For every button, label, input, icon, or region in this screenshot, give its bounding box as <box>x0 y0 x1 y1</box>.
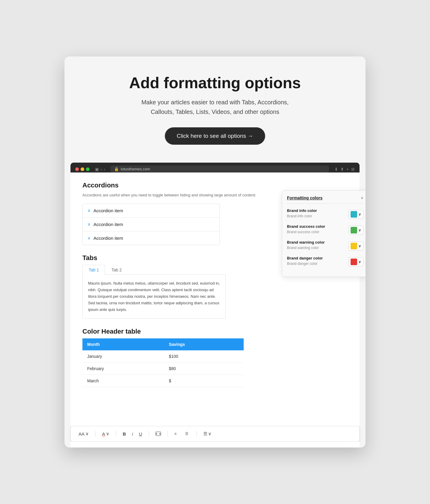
color-row-success: Brand success color Brand success color … <box>287 224 363 236</box>
browser-controls: ▣ ‹ › <box>95 167 105 172</box>
swatch-red <box>351 259 357 265</box>
tabs-icon[interactable]: ⊞ <box>351 167 355 172</box>
back-icon[interactable]: ‹ <box>101 167 102 172</box>
hero-title: Add formatting options <box>76 74 354 91</box>
accordion-item-1[interactable]: ∨ Accordion item <box>83 204 219 218</box>
browser-dots <box>75 167 90 171</box>
chevron-down-icon-2: ∨ <box>87 222 90 227</box>
accordion-item-2[interactable]: ∨ Accordion item <box>83 218 219 231</box>
browser-actions: ⬇ ⬆ + ⊞ <box>334 167 355 172</box>
ordered-list-button[interactable]: ≡ <box>173 430 181 437</box>
toolbar-spacer <box>82 393 348 417</box>
swatch-green <box>351 227 357 233</box>
table-cell-month-3: March <box>82 375 164 387</box>
underline-button[interactable]: U <box>137 430 144 438</box>
ordered-list-icon: ≡ <box>174 432 179 436</box>
color-row-inner-warning: Brand warning color Brand warning color … <box>287 240 363 252</box>
align-chevron: ∨ <box>208 431 211 436</box>
toolbar-group-lists: ≡ ☰ <box>173 430 192 437</box>
table-header-row: Month Savings <box>82 338 244 350</box>
font-size-label: AA <box>79 431 85 436</box>
accordion-item-label-2: Accordion item <box>93 222 123 227</box>
lock-icon: 🔒 <box>114 167 119 171</box>
chevron-down-icon-3: ∨ <box>87 236 90 240</box>
color-label-danger: Brand danger color Brand danger color <box>287 256 323 268</box>
accordions-title: Accordions <box>82 181 348 189</box>
panel-header: Formatting colors ∨ <box>287 196 363 204</box>
table-row-february: February $80 <box>82 363 244 375</box>
italic-button[interactable]: i <box>130 430 135 438</box>
accordion-item-label-1: Accordion item <box>93 208 123 213</box>
address-bar[interactable]: 🔒 lotusthemes.com <box>110 166 329 172</box>
swatch-chevron-success: ∨ <box>358 228 361 232</box>
color-label-warning: Brand warning color Brand warning color <box>287 240 325 252</box>
download-icon[interactable]: ⬇ <box>334 167 338 172</box>
forward-icon[interactable]: › <box>104 167 105 172</box>
bottom-space <box>70 442 360 448</box>
color-row-info: Brand info color Brand info color ∨ <box>287 208 363 220</box>
toolbar-group-color: A ∨ <box>100 430 111 438</box>
color-swatch-info-button[interactable]: ∨ <box>348 210 363 219</box>
app-window: Add formatting options Make your article… <box>64 56 366 448</box>
tabs-section: Tabs Tab 1 Tab 2 Mauris ipsum. Nulla met… <box>82 254 226 319</box>
color-swatch-success-button[interactable]: ∨ <box>348 226 363 235</box>
bold-button[interactable]: B <box>121 430 128 438</box>
separator-2 <box>116 431 116 437</box>
color-row-inner-success: Brand success color Brand success color … <box>287 224 363 236</box>
embed-button[interactable] <box>154 430 163 437</box>
swatch-chevron-warning: ∨ <box>358 244 361 248</box>
align-button[interactable]: ☰ ∨ <box>202 430 213 438</box>
toolbar-group-font: AA ∨ <box>77 430 90 438</box>
panel-chevron-icon[interactable]: ∨ <box>361 196 363 200</box>
toolbar-group-embed <box>154 430 163 437</box>
swatch-yellow <box>351 243 357 249</box>
panel-title: Formatting colors <box>287 196 322 200</box>
table-cell-savings-2: $80 <box>164 363 244 375</box>
table-title: Color Header table <box>82 328 244 335</box>
share-icon[interactable]: ⬆ <box>340 167 344 172</box>
formatting-panel: Formatting colors ∨ Brand info color Bra… <box>282 190 366 277</box>
separator-5 <box>196 431 197 437</box>
new-tab-icon[interactable]: + <box>346 167 349 172</box>
accordion-item-label-3: Accordion item <box>93 236 123 241</box>
swatch-chevron-info: ∨ <box>358 212 361 216</box>
toolbar-group-align: ☰ ∨ <box>202 430 213 438</box>
unordered-list-button[interactable]: ☰ <box>183 430 192 437</box>
tab-2[interactable]: Tab 2 <box>105 265 128 275</box>
color-label-info: Brand info color Brand info color <box>287 208 317 220</box>
separator-3 <box>149 431 149 437</box>
tabs-title: Tabs <box>82 254 226 262</box>
font-color-button[interactable]: A ∨ <box>100 430 111 438</box>
toolbar: AA ∨ A ∨ B i U <box>70 426 360 442</box>
accordion-list: ∨ Accordion item ∨ Accordion item ∨ Acco… <box>82 204 220 245</box>
dot-green <box>86 167 90 171</box>
color-row-inner-danger: Brand danger color Brand danger color ∨ <box>287 256 363 268</box>
table-row-march: March $ <box>82 375 244 387</box>
swatch-blue <box>351 211 357 218</box>
tab-content: Mauris ipsum. Nulla metus metus, ullamco… <box>82 275 226 319</box>
hero-subtitle: Make your articles easier to read with T… <box>76 97 354 117</box>
unordered-list-icon: ☰ <box>185 432 190 436</box>
color-swatch-danger-button[interactable]: ∨ <box>348 257 363 266</box>
embed-icon <box>156 432 161 436</box>
cta-button[interactable]: Click here to see all options → <box>165 127 265 145</box>
dot-red <box>75 167 79 171</box>
table-col-month: Month <box>82 338 164 350</box>
color-swatch-warning-button[interactable]: ∨ <box>348 242 363 251</box>
sidebar-icon[interactable]: ▣ <box>95 167 99 172</box>
browser-chrome: ▣ ‹ › 🔒 lotusthemes.com ⬇ ⬆ + ⊞ <box>70 163 360 172</box>
font-size-chevron: ∨ <box>85 431 89 436</box>
table-cell-month-1: January <box>82 350 164 363</box>
color-table: Month Savings January $100 February $80 … <box>82 338 244 387</box>
separator-4 <box>168 431 168 437</box>
svg-text:☰: ☰ <box>185 432 188 436</box>
accordion-item-3[interactable]: ∨ Accordion item <box>83 231 219 245</box>
table-cell-savings-1: $100 <box>164 350 244 363</box>
toolbar-group-format: B i U <box>121 430 144 438</box>
tab-1[interactable]: Tab 1 <box>82 265 105 275</box>
svg-text:≡: ≡ <box>174 432 176 436</box>
font-color-chevron: ∨ <box>106 431 109 436</box>
color-row-warning: Brand warning color Brand warning color … <box>287 240 363 252</box>
font-size-button[interactable]: AA ∨ <box>77 430 90 438</box>
separator-1 <box>95 431 96 437</box>
